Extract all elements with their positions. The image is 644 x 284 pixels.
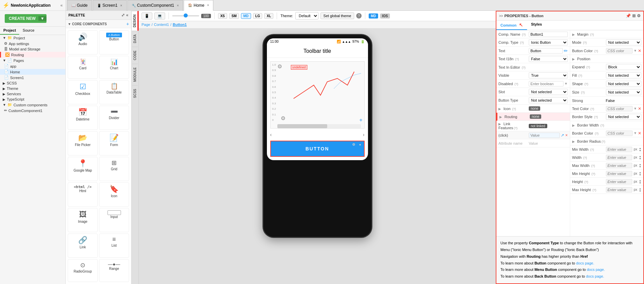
slot-select[interactable]: Not selected bbox=[529, 89, 568, 95]
props-columns-icon[interactable]: ⊞ bbox=[632, 13, 636, 18]
tablet-view-btn[interactable]: 💻 bbox=[154, 12, 165, 20]
expand-select[interactable]: Block bbox=[606, 64, 642, 70]
theme-select[interactable]: Default bbox=[295, 12, 318, 20]
collapse-sidebar-btn[interactable]: « bbox=[60, 3, 63, 8]
fill-select[interactable]: Not selected bbox=[606, 72, 642, 78]
disabled-select-arrow[interactable]: ▼ bbox=[564, 82, 568, 85]
max-height-input[interactable] bbox=[606, 187, 632, 192]
side-tab-design[interactable]: DESIGN bbox=[132, 11, 139, 31]
breadcrumb-button1[interactable]: Button1 bbox=[173, 23, 187, 27]
click-expand-icon[interactable]: ↗ bbox=[561, 133, 564, 138]
tab-customcomponent1-close[interactable]: × bbox=[177, 4, 179, 7]
text-color-input[interactable] bbox=[606, 106, 633, 111]
max-height-stepper[interactable]: ▲▼ bbox=[639, 187, 641, 192]
text-color-clear-icon[interactable]: ✕ bbox=[638, 106, 641, 111]
palette-item-card[interactable]: 🃏 Card bbox=[68, 56, 98, 79]
zoom-track[interactable] bbox=[172, 15, 199, 16]
height-input[interactable] bbox=[606, 179, 632, 184]
breakpoint-xl[interactable]: XL bbox=[264, 13, 273, 19]
border-radius-expand-arrow[interactable]: ▶ bbox=[572, 140, 575, 143]
button-docs-link[interactable]: docs page. bbox=[576, 261, 594, 265]
button-color-clear-icon[interactable]: ✕ bbox=[638, 48, 641, 53]
tree-item-project[interactable]: ▼ 📁 Project bbox=[0, 35, 65, 41]
tree-item-services[interactable]: ▶ Services bbox=[0, 91, 65, 97]
props-tab-styles[interactable]: Styles bbox=[527, 21, 546, 30]
tab-home[interactable]: 🏠 Home × bbox=[184, 0, 213, 11]
tree-item-app[interactable]: 📄 app bbox=[0, 63, 65, 69]
text-input[interactable] bbox=[529, 48, 563, 54]
palette-item-google-map[interactable]: 📍 Google Map bbox=[68, 157, 98, 181]
device-button[interactable]: BUTTON ⚙ ● bbox=[270, 141, 365, 157]
button-color-select-arrow[interactable]: ▼ bbox=[634, 49, 637, 52]
palette-item-image[interactable]: 🖼 Image bbox=[68, 208, 98, 232]
min-height-input[interactable] bbox=[606, 171, 632, 176]
mobile-view-btn[interactable]: 📱 bbox=[142, 12, 152, 20]
zoom-slider[interactable] bbox=[172, 15, 199, 16]
click-close-icon[interactable]: × bbox=[565, 133, 568, 138]
button-color-input[interactable] bbox=[606, 48, 633, 54]
width-input[interactable] bbox=[606, 155, 632, 160]
position-expand-arrow[interactable]: ▶ bbox=[572, 57, 575, 61]
shape-select[interactable]: Not selected bbox=[606, 81, 642, 87]
chart-add-btn[interactable]: + bbox=[359, 117, 362, 123]
icon-expand-arrow[interactable]: ▶ bbox=[498, 107, 501, 111]
tab-customcomponent1[interactable]: 🔧 CustomComponent1 × bbox=[127, 0, 183, 11]
link-features-expand-arrow[interactable]: ▶ bbox=[498, 122, 501, 126]
palette-add-icon[interactable]: + bbox=[126, 21, 129, 27]
size-select[interactable]: Not selected bbox=[606, 89, 642, 95]
tree-item-theme[interactable]: ▶ Theme bbox=[0, 86, 65, 91]
create-new-button[interactable]: CREATE NEW ▼ bbox=[5, 14, 47, 23]
border-width-expand-arrow[interactable]: ▶ bbox=[572, 123, 575, 127]
tree-item-model-storage[interactable]: 🗄 Model and Storage bbox=[0, 46, 65, 52]
side-tab-module[interactable]: MODULE bbox=[132, 64, 138, 85]
ios-badge[interactable]: IOS bbox=[380, 13, 390, 19]
breakpoint-lg[interactable]: LG bbox=[253, 13, 263, 19]
max-width-input[interactable] bbox=[606, 163, 632, 168]
border-style-select[interactable]: Not selected bbox=[606, 114, 642, 120]
width-stepper[interactable]: ▲▼ bbox=[639, 155, 641, 160]
tab-guide[interactable]: 📖 Guide bbox=[67, 0, 92, 11]
palette-item-datatable[interactable]: 📋 DataTable bbox=[99, 80, 129, 104]
nav-left-arrow[interactable]: ‹ bbox=[270, 132, 272, 137]
max-width-stepper[interactable]: ▲▼ bbox=[639, 163, 641, 168]
click-input[interactable] bbox=[529, 133, 560, 138]
breakpoint-md[interactable]: MD bbox=[241, 13, 251, 19]
palette-item-list[interactable]: ≡ List bbox=[99, 234, 129, 258]
tree-item-custom-components[interactable]: ▼ 📁 Custom components bbox=[0, 102, 65, 108]
text-color-select-arrow[interactable]: ▼ bbox=[634, 107, 637, 110]
button-type-select[interactable]: Not selected bbox=[529, 97, 568, 103]
border-color-input[interactable] bbox=[606, 131, 633, 136]
palette-item-datetime[interactable]: 📅 Datetime bbox=[68, 106, 98, 130]
border-color-select-arrow[interactable]: ▼ bbox=[634, 131, 637, 135]
palette-item-input[interactable]: Input bbox=[99, 208, 129, 232]
tree-item-home[interactable]: 📄 Home bbox=[0, 69, 65, 75]
comp-type-select[interactable]: Ionic Button bbox=[529, 39, 568, 45]
theme-help-icon[interactable]: ? bbox=[356, 13, 362, 19]
tree-item-scss[interactable]: ▶ SCSS bbox=[0, 80, 65, 86]
palette-item-audio[interactable]: 🔊 Audio bbox=[68, 30, 98, 55]
tree-item-pages[interactable]: ▼ 📄 Pages bbox=[0, 58, 65, 63]
palette-item-file-picker[interactable]: 📂 File Picker bbox=[68, 131, 98, 155]
text-edit-icon[interactable]: ✏ bbox=[564, 48, 568, 54]
min-width-stepper[interactable]: ▲▼ bbox=[639, 147, 641, 152]
min-height-stepper[interactable]: ▲▼ bbox=[639, 171, 641, 176]
palette-item-range[interactable]: —●— Range bbox=[99, 259, 129, 282]
side-tab-code[interactable]: CODE bbox=[132, 47, 138, 64]
canvas-viewport[interactable]: 11:00 📶 ▲▲▲ 97% 🔋 Toolbar title bbox=[139, 28, 496, 284]
breadcrumb-content1[interactable]: Content1 bbox=[154, 23, 169, 27]
palette-item-grid[interactable]: ⊞ Grid bbox=[99, 157, 129, 181]
palette-item-checkbox[interactable]: ☑ Checkbox bbox=[68, 80, 98, 104]
tab-source[interactable]: Source bbox=[19, 27, 38, 35]
props-tab-common[interactable]: Common ↖ bbox=[496, 21, 527, 30]
tree-item-custom-component1[interactable]: ✏ CustomComponent1 bbox=[0, 108, 65, 113]
palette-item-html[interactable]: <html /> Html bbox=[68, 182, 98, 207]
visible-select[interactable]: True bbox=[529, 72, 568, 78]
margin-expand-arrow[interactable]: ▶ bbox=[572, 33, 575, 36]
min-width-input[interactable] bbox=[606, 147, 632, 152]
tree-item-app-settings[interactable]: ⚙ App settings bbox=[0, 41, 65, 46]
chart-scroll-thumb[interactable] bbox=[277, 124, 328, 128]
text-i18n-select[interactable]: False bbox=[529, 56, 568, 62]
tab-screen1[interactable]: 📱 Screen1 × bbox=[93, 0, 127, 11]
palette-item-button[interactable]: A Button Button bbox=[99, 30, 129, 55]
palette-item-radiogroup[interactable]: ⊙ RadioGroup bbox=[68, 259, 98, 282]
